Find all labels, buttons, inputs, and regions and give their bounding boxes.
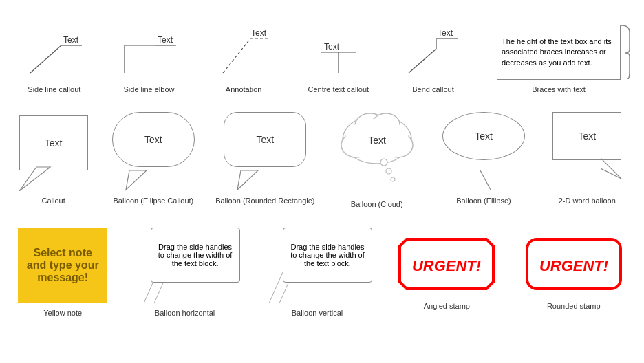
svg-point-26 — [344, 135, 369, 155]
balloon-horizontal-item: Drag the side handles to change the widt… — [130, 228, 240, 317]
balloon-vertical-text: Drag the side handles to change the widt… — [288, 243, 367, 267]
svg-point-29 — [380, 159, 387, 166]
balloon-rounded-rect-label: Balloon (Rounded Rectangle) — [215, 197, 314, 205]
balloon-rounded-rect-shape: Text — [224, 112, 306, 167]
balloon-ellipse-shape: Text — [442, 112, 525, 160]
callout-shape: Text — [19, 116, 88, 170]
balloon-ellipse-callout-text: Text — [144, 134, 162, 145]
rounded-stamp-item: URGENT! Rounded stamp — [522, 234, 626, 310]
rounded-stamp-label: Rounded stamp — [547, 302, 601, 310]
braces-with-text-item: The height of the text box and its assoc… — [497, 25, 621, 94]
callout-label: Callout — [42, 197, 65, 205]
rounded-stamp-wrapper: URGENT! — [522, 234, 626, 296]
svg-point-31 — [391, 177, 395, 182]
braces-with-text-container: The height of the text box and its assoc… — [497, 25, 621, 80]
svg-line-7 — [223, 38, 250, 73]
svg-text:Text: Text — [324, 42, 340, 52]
balloon-rounded-rect-item: Text Balloon (Rounded Rectangle) — [215, 109, 314, 205]
angled-stamp-label: Angled stamp — [424, 302, 470, 310]
balloon-rounded-rect-pointer-icon — [234, 170, 275, 191]
yellow-note-label: Yellow note — [43, 309, 82, 317]
callout-item: Text Callout — [16, 109, 92, 205]
balloon-vertical-item: Drag the side handles to change the widt… — [262, 228, 372, 317]
balloon-horizontal-text: Drag the side handles to change the widt… — [155, 243, 235, 267]
balloon-ellipse-callout-pointer-icon — [122, 170, 164, 191]
callout-container: Text — [16, 109, 92, 191]
callout-pointer-icon — [16, 164, 92, 191]
side-line-callout-label: Side line callout — [28, 85, 80, 94]
svg-text:Text: Text — [63, 35, 79, 45]
svg-line-13 — [409, 49, 436, 73]
annotation-svg: Text — [213, 25, 275, 80]
callout-text: Text — [45, 138, 63, 148]
centre-text-callout-item: Text Centre text callout — [308, 25, 369, 94]
svg-text:URGENT!: URGENT! — [412, 257, 481, 274]
balloon-cloud-icon: Text — [332, 105, 422, 195]
yellow-note-text: Select note and type your message! — [25, 247, 100, 284]
svg-text:URGENT!: URGENT! — [539, 257, 608, 274]
word-balloon-2d-label: 2-D word balloon — [559, 197, 616, 205]
side-line-callout-icon: Text — [23, 25, 85, 80]
balloon-ellipse-callout-container: Text — [109, 109, 198, 191]
side-line-callout-svg: Text — [23, 25, 85, 80]
annotation-label: Annotation — [226, 85, 262, 94]
balloon-ellipse-callout-shape: Text — [112, 112, 195, 167]
svg-marker-18 — [126, 170, 147, 190]
bend-callout-label: Bend callout — [412, 85, 454, 94]
svg-text:Text: Text — [158, 35, 173, 45]
word-balloon-2d-shape: Text — [552, 112, 621, 160]
balloon-ellipse-pointer-icon — [466, 170, 501, 191]
annotation-item: Text Annotation — [213, 25, 275, 94]
bend-callout-svg: Text — [402, 25, 464, 80]
balloon-horizontal-label: Balloon horizontal — [155, 309, 215, 317]
centre-text-callout-svg: Text — [308, 25, 369, 80]
side-line-elbow-item: Text Side line elbow — [118, 25, 180, 94]
svg-line-32 — [480, 170, 491, 190]
centre-text-callout-label: Centre text callout — [308, 85, 369, 94]
annotation-icon: Text — [213, 25, 275, 80]
diagram-area: Text Side line callout Text Side line el… — [0, 0, 644, 363]
braces-with-text-label: Braces with text — [532, 85, 586, 94]
side-line-elbow-svg: Text — [118, 25, 180, 80]
centre-text-callout-icon: Text — [308, 25, 369, 80]
balloon-ellipse-text: Text — [475, 131, 493, 142]
svg-text:Text: Text — [368, 135, 386, 146]
svg-text:Text: Text — [438, 28, 453, 38]
balloon-vertical-shape: Drag the side handles to change the widt… — [283, 228, 372, 283]
side-line-elbow-label: Side line elbow — [123, 85, 174, 94]
word-balloon-2d-pointer-icon — [601, 158, 628, 186]
angled-stamp-item: URGENT! Angled stamp — [394, 234, 499, 310]
svg-point-30 — [386, 168, 391, 174]
balloon-ellipse-label: Balloon (Ellipse) — [456, 197, 511, 205]
balloon-cloud-container: Text — [332, 105, 422, 195]
word-balloon-2d-container: Text — [546, 109, 628, 191]
balloon-ellipse-callout-item: Text Balloon (Ellipse Callout) — [109, 109, 198, 205]
bend-callout-item: Text Bend callout — [402, 25, 464, 94]
rounded-stamp-icon: URGENT! — [526, 238, 622, 290]
row1: Text Side line callout Text Side line el… — [0, 0, 644, 96]
side-line-callout-item: Text Side line callout — [23, 25, 85, 94]
side-line-elbow-icon: Text — [118, 25, 180, 80]
yellow-note-shape: Select note and type your message! — [18, 228, 107, 303]
balloon-horizontal-container: Drag the side handles to change the widt… — [130, 228, 240, 303]
svg-point-27 — [385, 135, 410, 155]
balloon-cloud-label: Balloon (Cloud) — [351, 200, 403, 208]
angled-stamp-icon: URGENT! — [398, 238, 495, 290]
word-balloon-2d-text: Text — [578, 131, 596, 142]
balloon-ellipse-callout-label: Balloon (Ellipse Callout) — [114, 197, 194, 205]
row2: Text Callout Text Balloon (Ellipse Callo… — [0, 96, 644, 213]
balloon-rounded-rect-text: Text — [256, 134, 274, 145]
balloon-cloud-item: Text Balloon (Cloud) — [332, 105, 422, 208]
svg-marker-19 — [237, 170, 258, 190]
balloon-vertical-container: Drag the side handles to change the widt… — [262, 228, 372, 303]
balloon-ellipse-item: Text Balloon (Ellipse) — [439, 109, 528, 205]
angled-stamp-wrapper: URGENT! — [394, 234, 499, 296]
svg-line-0 — [30, 45, 61, 73]
svg-marker-17 — [19, 167, 50, 191]
balloon-horizontal-shape: Drag the side handles to change the widt… — [151, 228, 240, 283]
right-brace-icon — [620, 25, 630, 79]
word-balloon-2d-item: Text 2-D word balloon — [546, 109, 628, 205]
balloon-rounded-rect-container: Text — [220, 109, 310, 191]
svg-text:Text: Text — [251, 28, 267, 38]
yellow-note-item: Select note and type your message! Yello… — [18, 228, 107, 317]
